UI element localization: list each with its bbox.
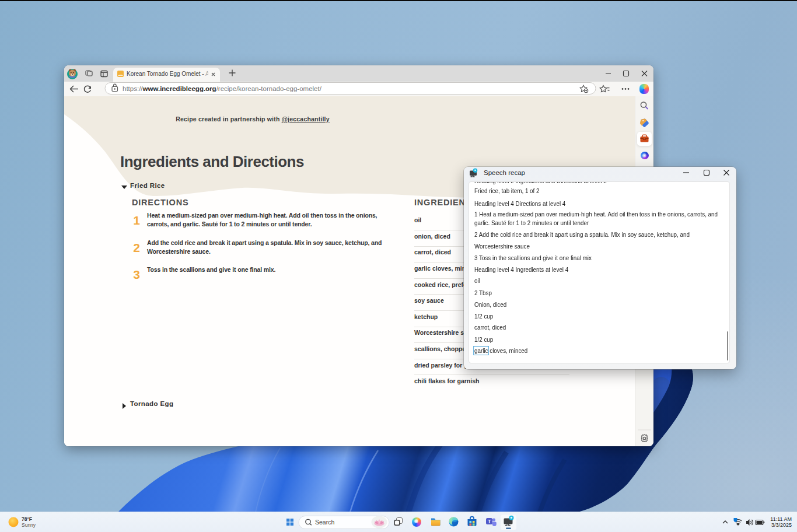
svg-text:https://www.incredibleegg.org/: https://www.incredibleegg.org/recipe/kor… [123, 85, 322, 92]
svg-text:T: T [488, 519, 491, 524]
svg-text:3/3/2025: 3/3/2025 [771, 522, 792, 528]
svg-text:Search: Search [315, 519, 334, 526]
svg-text:78°F: 78°F [22, 516, 32, 522]
svg-text:Sunny: Sunny [22, 522, 36, 528]
svg-text:Speech recap: Speech recap [484, 169, 525, 176]
svg-text:11:11 AM: 11:11 AM [770, 516, 792, 522]
